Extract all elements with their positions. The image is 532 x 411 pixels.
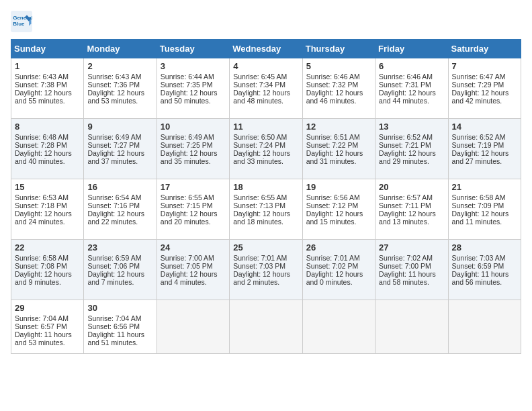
day-number: 3	[161, 61, 226, 71]
sunrise: Sunrise: 6:49 AM	[161, 133, 214, 141]
daylight: Daylight: 12 hours and 27 minutes.	[452, 149, 509, 165]
calendar-cell	[230, 300, 302, 354]
day-number: 11	[233, 122, 298, 132]
daylight: Daylight: 12 hours and 15 minutes.	[306, 210, 363, 226]
sunset: Sunset: 7:08 PM	[15, 262, 67, 270]
daylight: Daylight: 12 hours and 46 minutes.	[306, 89, 363, 105]
svg-text:Blue: Blue	[13, 21, 25, 27]
sunrise: Sunrise: 7:04 AM	[15, 314, 69, 322]
day-number: 17	[161, 182, 226, 192]
day-number: 20	[379, 182, 444, 192]
calendar-cell: 29Sunrise: 7:04 AMSunset: 6:57 PMDayligh…	[11, 300, 84, 354]
sunset: Sunset: 7:32 PM	[306, 81, 359, 89]
logo-icon: General Blue	[11, 11, 32, 32]
sunrise: Sunrise: 7:01 AM	[306, 254, 360, 262]
sunset: Sunset: 7:00 PM	[379, 262, 431, 270]
daylight: Daylight: 11 hours and 56 minutes.	[452, 270, 509, 286]
calendar-cell: 6Sunrise: 6:46 AMSunset: 7:31 PMDaylight…	[375, 58, 448, 119]
sunset: Sunset: 7:24 PM	[233, 141, 285, 149]
sunrise: Sunrise: 6:54 AM	[87, 193, 141, 201]
sunrise: Sunrise: 7:02 AM	[379, 254, 433, 262]
day-number: 4	[233, 61, 298, 71]
sunset: Sunset: 7:18 PM	[15, 201, 67, 210]
header-tuesday: Tuesday	[157, 40, 229, 58]
day-number: 9	[87, 122, 152, 132]
day-number: 15	[15, 182, 80, 192]
sunrise: Sunrise: 6:48 AM	[15, 133, 69, 141]
header-thursday: Thursday	[302, 40, 375, 58]
sunset: Sunset: 7:05 PM	[161, 262, 213, 270]
calendar-cell: 9Sunrise: 6:49 AMSunset: 7:27 PMDaylight…	[84, 119, 157, 179]
header-monday: Monday	[84, 40, 157, 58]
daylight: Daylight: 12 hours and 40 minutes.	[15, 149, 72, 165]
day-number: 26	[306, 242, 371, 253]
daylight: Daylight: 12 hours and 53 minutes.	[87, 89, 144, 105]
sunrise: Sunrise: 7:03 AM	[452, 254, 506, 262]
sunrise: Sunrise: 6:49 AM	[87, 133, 141, 141]
daylight: Daylight: 11 hours and 53 minutes.	[15, 330, 72, 347]
calendar-cell: 10Sunrise: 6:49 AMSunset: 7:25 PMDayligh…	[157, 119, 229, 179]
daylight: Daylight: 12 hours and 22 minutes.	[87, 210, 144, 226]
sunrise: Sunrise: 6:45 AM	[233, 73, 287, 81]
calendar-cell: 13Sunrise: 6:52 AMSunset: 7:21 PMDayligh…	[375, 119, 448, 179]
daylight: Daylight: 12 hours and 4 minutes.	[161, 270, 218, 286]
calendar-cell: 5Sunrise: 6:46 AMSunset: 7:32 PMDaylight…	[302, 58, 375, 119]
daylight: Daylight: 12 hours and 44 minutes.	[379, 89, 436, 105]
daylight: Daylight: 12 hours and 35 minutes.	[161, 149, 218, 165]
sunrise: Sunrise: 6:47 AM	[452, 73, 506, 81]
daylight: Daylight: 12 hours and 33 minutes.	[233, 149, 290, 165]
sunset: Sunset: 7:36 PM	[87, 81, 140, 89]
day-number: 8	[15, 122, 80, 132]
calendar-cell: 4Sunrise: 6:45 AMSunset: 7:34 PMDaylight…	[230, 58, 302, 119]
daylight: Daylight: 12 hours and 55 minutes.	[15, 89, 72, 105]
sunrise: Sunrise: 6:44 AM	[161, 73, 214, 81]
day-number: 25	[233, 242, 298, 253]
sunrise: Sunrise: 6:52 AM	[452, 133, 506, 141]
day-number: 28	[452, 242, 517, 253]
calendar-cell: 2Sunrise: 6:43 AMSunset: 7:36 PMDaylight…	[84, 58, 157, 119]
day-number: 12	[306, 122, 371, 132]
calendar-cell: 16Sunrise: 6:54 AMSunset: 7:16 PMDayligh…	[84, 179, 157, 240]
sunset: Sunset: 7:11 PM	[379, 201, 431, 210]
day-number: 27	[379, 242, 444, 253]
sunrise: Sunrise: 6:56 AM	[306, 193, 360, 201]
day-number: 5	[306, 61, 371, 71]
day-number: 24	[161, 242, 226, 253]
calendar-cell: 30Sunrise: 7:04 AMSunset: 6:56 PMDayligh…	[84, 300, 157, 354]
day-number: 14	[452, 122, 517, 132]
sunset: Sunset: 7:03 PM	[233, 262, 285, 270]
calendar-cell: 18Sunrise: 6:55 AMSunset: 7:13 PMDayligh…	[230, 179, 302, 240]
calendar-cell: 17Sunrise: 6:55 AMSunset: 7:15 PMDayligh…	[157, 179, 229, 240]
sunrise: Sunrise: 6:55 AM	[233, 193, 287, 201]
header-friday: Friday	[375, 40, 448, 58]
sunset: Sunset: 7:21 PM	[379, 141, 431, 149]
calendar-cell: 7Sunrise: 6:47 AMSunset: 7:29 PMDaylight…	[448, 58, 521, 119]
sunrise: Sunrise: 6:50 AM	[233, 133, 287, 141]
logo: General Blue	[11, 11, 35, 32]
calendar-cell: 15Sunrise: 6:53 AMSunset: 7:18 PMDayligh…	[11, 179, 84, 240]
sunset: Sunset: 6:59 PM	[452, 262, 504, 270]
sunset: Sunset: 7:06 PM	[87, 262, 140, 270]
sunset: Sunset: 7:38 PM	[15, 81, 67, 89]
calendar-cell: 22Sunrise: 6:58 AMSunset: 7:08 PMDayligh…	[11, 240, 84, 300]
sunrise: Sunrise: 7:00 AM	[161, 254, 214, 262]
day-number: 22	[15, 242, 80, 253]
daylight: Daylight: 12 hours and 37 minutes.	[87, 149, 144, 165]
calendar-cell	[375, 300, 448, 354]
day-number: 23	[87, 242, 152, 253]
sunset: Sunset: 7:12 PM	[306, 201, 359, 210]
sunset: Sunset: 7:35 PM	[161, 81, 213, 89]
calendar-cell	[157, 300, 229, 354]
sunrise: Sunrise: 6:52 AM	[379, 133, 433, 141]
sunrise: Sunrise: 7:04 AM	[87, 314, 141, 322]
sunset: Sunset: 7:27 PM	[87, 141, 140, 149]
daylight: Daylight: 12 hours and 29 minutes.	[379, 149, 436, 165]
sunrise: Sunrise: 7:01 AM	[233, 254, 287, 262]
sunset: Sunset: 6:57 PM	[15, 322, 67, 330]
sunset: Sunset: 7:19 PM	[452, 141, 504, 149]
calendar-cell: 28Sunrise: 7:03 AMSunset: 6:59 PMDayligh…	[448, 240, 521, 300]
calendar-cell	[448, 300, 521, 354]
day-number: 18	[233, 182, 298, 192]
daylight: Daylight: 12 hours and 0 minutes.	[306, 270, 363, 286]
daylight: Daylight: 12 hours and 42 minutes.	[452, 89, 509, 105]
